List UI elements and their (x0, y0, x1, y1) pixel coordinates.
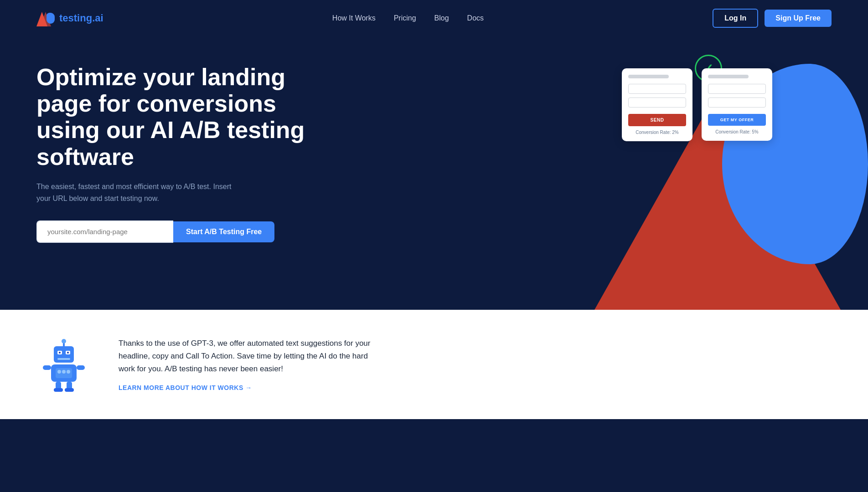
nav-pricing[interactable]: Pricing (394, 14, 416, 22)
svg-point-16 (67, 370, 70, 374)
nav-how-it-works[interactable]: How It Works (332, 14, 376, 22)
learn-more-link[interactable]: LEARN MORE ABOUT HOW IT WORKS → (119, 384, 252, 391)
svg-rect-19 (54, 388, 63, 392)
svg-rect-4 (54, 346, 74, 363)
card-a-input-1 (628, 84, 686, 94)
robot-svg (41, 337, 87, 392)
card-b-conversion: Conversion Rate: 5% (708, 129, 766, 134)
card-b-button[interactable]: GET MY OFFER (708, 114, 766, 126)
hero-title: Optimize your landing page for conversio… (36, 64, 337, 170)
logo-text: testing.ai (59, 12, 103, 24)
nav-docs[interactable]: Docs (467, 14, 484, 22)
nav-buttons: Log In Sign Up Free (713, 9, 832, 28)
navbar: testing.ai How It Works Pricing Blog Doc… (0, 0, 868, 36)
svg-rect-21 (43, 365, 51, 370)
card-a-conversion: Conversion Rate: 2% (628, 130, 686, 135)
svg-rect-9 (57, 358, 70, 360)
login-button[interactable]: Log In (713, 9, 758, 28)
svg-rect-3 (46, 13, 53, 18)
svg-point-14 (57, 370, 61, 374)
card-a-button[interactable]: SEND (628, 114, 686, 126)
svg-rect-8 (67, 352, 69, 354)
hero-cta: Start A/B Testing Free (36, 220, 337, 243)
card-b: GET MY OFFER Conversion Rate: 5% (702, 68, 772, 141)
robot-icon (36, 337, 91, 392)
bottom-section: Thanks to the use of GPT-3, we offer aut… (0, 310, 868, 419)
svg-rect-20 (65, 388, 74, 392)
logo-icon (36, 10, 55, 26)
hero-section: Optimize your landing page for conversio… (0, 36, 868, 310)
nav-links: How It Works Pricing Blog Docs (332, 14, 484, 22)
hero-content: Optimize your landing page for conversio… (36, 64, 337, 243)
bottom-body-text: Thanks to the use of GPT-3, we offer aut… (119, 337, 383, 375)
cta-button[interactable]: Start A/B Testing Free (173, 221, 274, 242)
card-a-header-bar (628, 75, 669, 78)
card-a: SEND Conversion Rate: 2% (622, 68, 692, 141)
hero-subtitle: The easiest, fastest and most efficient … (36, 181, 237, 204)
logo[interactable]: testing.ai (36, 10, 103, 26)
signup-button[interactable]: Sign Up Free (765, 10, 832, 27)
svg-rect-22 (77, 365, 85, 370)
svg-point-11 (62, 339, 66, 343)
svg-point-15 (62, 370, 66, 374)
bottom-text-area: Thanks to the use of GPT-3, we offer aut… (119, 337, 383, 392)
hero-visual: SEND Conversion Rate: 2% GET MY OFFER Co… (540, 36, 868, 310)
card-b-header-bar (708, 75, 749, 78)
url-input[interactable] (36, 220, 173, 243)
card-b-input-1 (708, 84, 766, 94)
nav-blog[interactable]: Blog (434, 14, 449, 22)
svg-rect-7 (59, 352, 61, 354)
card-b-input-2 (708, 97, 766, 108)
card-a-input-2 (628, 97, 686, 108)
